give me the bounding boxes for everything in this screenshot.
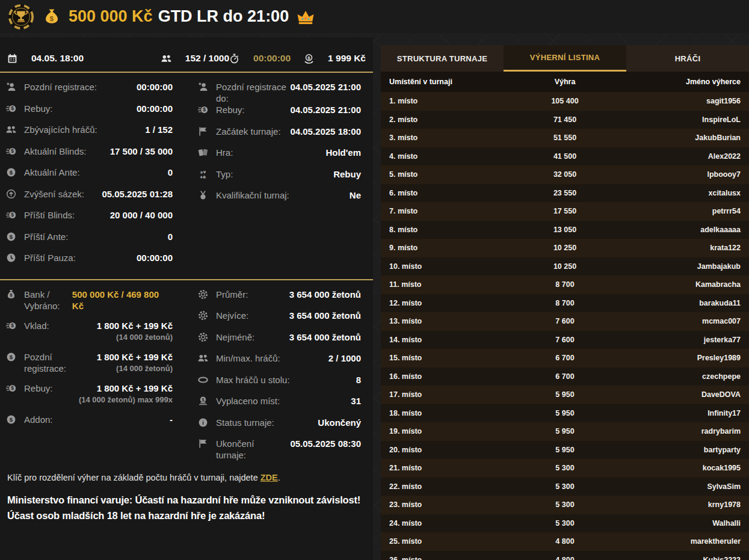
info-label: Typ: bbox=[216, 168, 233, 180]
info-label: Hra: bbox=[216, 147, 233, 158]
place-cell: 19. místo bbox=[381, 427, 513, 435]
place-cell: 24. místo bbox=[381, 519, 513, 528]
winner-cell: InspireLoL bbox=[617, 115, 749, 124]
svg-text:$: $ bbox=[11, 322, 14, 328]
winner-cell: SylvaSim bbox=[617, 482, 749, 491]
prize-key-link[interactable]: ZDE bbox=[260, 473, 278, 482]
prize-cell: 51 550 bbox=[513, 134, 617, 142]
info-label: Příští Blinds: bbox=[24, 209, 75, 221]
payout-icon: $ bbox=[198, 396, 208, 406]
tab-winners-list[interactable]: VÝHERNÍ LISTINA bbox=[504, 45, 626, 72]
winner-row: 12. místo8 700barakuda11 bbox=[381, 294, 749, 313]
info-value: Ukončený bbox=[318, 417, 361, 428]
winner-row: 7. místo17 550petrrr54 bbox=[381, 202, 749, 221]
winner-row: 3. místo51 550JakubBurian bbox=[381, 129, 749, 147]
info-label: Nejvíce: bbox=[216, 310, 248, 321]
winner-row: 26. místo4 800Kubis2222 bbox=[381, 551, 749, 560]
winner-row: 23. místo5 300krny1978 bbox=[381, 496, 749, 514]
prize-cell: 23 550 bbox=[513, 189, 617, 197]
info-label: Kvalifikační turnaj: bbox=[216, 189, 289, 201]
winner-row: 24. místo5 300Walhalli bbox=[381, 514, 749, 533]
tournament-topbar: 04.05. 18:00152 / 100000:00:00$1 999 Kč bbox=[0, 45, 373, 73]
info-row: $Addon:- bbox=[6, 414, 173, 435]
winner-cell: mcmac007 bbox=[617, 317, 749, 325]
prize-cell: 4 800 bbox=[513, 556, 617, 560]
person-plus-icon bbox=[6, 82, 16, 92]
place-cell: 25. místo bbox=[381, 537, 513, 546]
winner-cell: lpboooy7 bbox=[617, 170, 749, 179]
moneybag-icon: $ bbox=[6, 289, 16, 300]
svg-text:$: $ bbox=[10, 353, 13, 360]
prize-cell: 8 700 bbox=[513, 280, 617, 289]
winners-table: 1. místo105 400sagit19562. místo71 450In… bbox=[381, 92, 749, 560]
col-prize: Výhra bbox=[513, 78, 617, 86]
info-label: Ukončení turnaje: bbox=[216, 438, 286, 461]
place-cell: 23. místo bbox=[381, 500, 513, 509]
app-header: $ 500 000 KčGTD LR do 21:00 bbox=[0, 0, 749, 33]
svg-text:$: $ bbox=[203, 106, 206, 112]
winner-cell: kocak1995 bbox=[617, 464, 749, 472]
details-section-2: $Bank / Vybráno:500 000 Kč / 469 800 Kč$… bbox=[0, 289, 373, 461]
place-cell: 7. místo bbox=[381, 207, 513, 215]
svg-text:$: $ bbox=[10, 169, 13, 176]
tab-players[interactable]: HRÁČI bbox=[626, 45, 749, 72]
winner-row: 19. místo5 950radrybarim bbox=[381, 422, 749, 441]
tab-tournament-structure[interactable]: STRUKTURA TURNAJE bbox=[381, 45, 504, 72]
svg-text:$: $ bbox=[11, 212, 14, 218]
svg-text:$: $ bbox=[10, 292, 13, 298]
info-row: $Vyplaceno míst:31 bbox=[198, 395, 361, 417]
info-value: 00:00:00 bbox=[137, 82, 173, 92]
flag-icon bbox=[198, 126, 208, 137]
col-place: Umístění v turnaji bbox=[381, 78, 513, 86]
info-row: Ukončení turnaje:05.05.2025 08:30 bbox=[198, 438, 361, 461]
svg-text:$: $ bbox=[10, 233, 13, 239]
prize-cell: 6 700 bbox=[513, 372, 617, 381]
winner-cell: Kamabracha bbox=[617, 280, 749, 289]
tournament-info-panel: 04.05. 18:00152 / 100000:00:00$1 999 Kč … bbox=[0, 37, 373, 560]
winner-cell: Alex2022 bbox=[617, 152, 749, 161]
info-row: $Příští Blinds:20 000 / 40 000 bbox=[6, 209, 173, 231]
topbar-item: 00:00:00 bbox=[229, 53, 291, 64]
winner-row: 15. místo6 700Presley1989 bbox=[381, 349, 749, 368]
winner-cell: sagit1956 bbox=[617, 97, 749, 105]
info-row: $Pozdní registrace:1 800 Kč + 199 Kč(14 … bbox=[6, 351, 173, 383]
place-cell: 4. místo bbox=[381, 152, 513, 161]
place-cell: 6. místo bbox=[381, 189, 513, 197]
info-label: Bank / Vybráno: bbox=[24, 289, 69, 312]
info-subvalue: (14 000 žetonů) max 999x bbox=[79, 394, 173, 405]
svg-text:$: $ bbox=[11, 385, 14, 391]
winner-cell: czechpepe bbox=[617, 372, 749, 381]
info-value: 20 000 / 40 000 bbox=[110, 210, 173, 220]
info-value: Hold'em bbox=[325, 147, 361, 158]
prize-key-text: Klíč pro rozdělení výher na základě počt… bbox=[7, 473, 366, 482]
prize-cell: 7 600 bbox=[513, 336, 617, 344]
info-label: Rebuy: bbox=[24, 103, 53, 114]
svg-text:i: i bbox=[202, 419, 204, 426]
info-label: Aktuální Blinds: bbox=[24, 146, 86, 157]
winner-cell: krny1978 bbox=[617, 500, 749, 509]
coins-icon: $ bbox=[6, 321, 16, 331]
winner-row: 16. místo6 700czechpepe bbox=[381, 368, 749, 386]
winner-row: 9. místo10 250krata122 bbox=[381, 239, 749, 257]
info-row: Nejvíce:3 654 000 žetonů bbox=[198, 310, 361, 331]
info-row: Max hráčů u stolu:8 bbox=[198, 374, 361, 396]
info-label: Pozdní registrace do: bbox=[216, 81, 286, 104]
info-row: Kvalifikační turnaj:Ne bbox=[198, 189, 361, 211]
info-row: $Vklad:1 800 Kč + 199 Kč(14 000 žetonů) bbox=[6, 320, 173, 351]
place-cell: 14. místo bbox=[381, 336, 513, 344]
info-row: Zvýšení sázek:05.05.2025 01:28 bbox=[6, 188, 173, 210]
tab-bar: STRUKTURA TURNAJEVÝHERNÍ LISTINAHRÁČI bbox=[381, 45, 749, 72]
winner-row: 10. místo10 250Jambajakub bbox=[381, 257, 749, 276]
winner-row: 14. místo7 600jesterka77 bbox=[381, 331, 749, 349]
prize-cell: 10 250 bbox=[513, 262, 617, 271]
prize-key-prefix: Klíč pro rozdělení výher na základě počt… bbox=[7, 473, 260, 482]
prize-cell: 41 500 bbox=[513, 152, 617, 161]
place-cell: 16. místo bbox=[381, 372, 513, 381]
winner-row: 25. místo4 800marektheruler bbox=[381, 532, 749, 551]
prize-cell: 13 050 bbox=[513, 226, 617, 234]
svg-text:$: $ bbox=[11, 148, 14, 154]
place-cell: 18. místo bbox=[381, 409, 513, 417]
winner-cell: jesterka77 bbox=[617, 336, 749, 344]
info-row: $Aktuální Blinds:17 500 / 35 000 bbox=[6, 146, 173, 167]
prize-cell: 17 550 bbox=[513, 207, 617, 215]
